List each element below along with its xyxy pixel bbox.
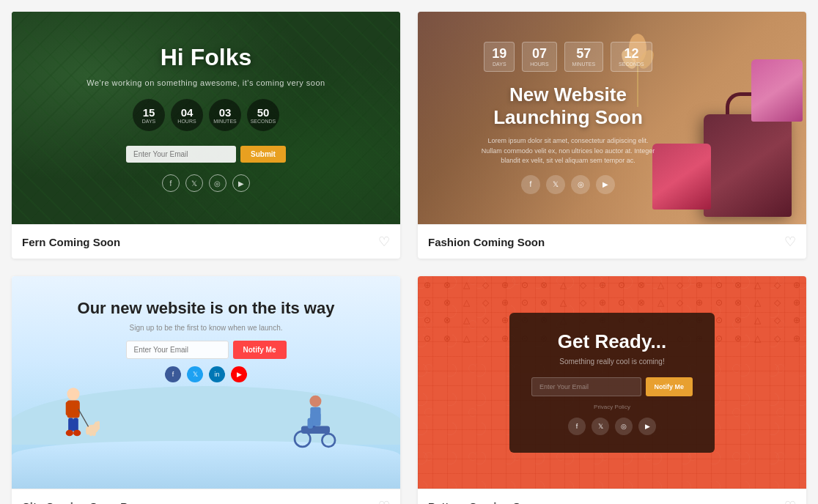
svg-rect-24 (301, 426, 330, 434)
pattern-subtitle: Something really cool is coming! (531, 357, 693, 366)
pattern-card-title: Pattern Coming Soon (428, 500, 540, 505)
card-pattern-preview: ⊕ ⊗ △ ◇ ⊕ ⊙ ⊗ △ ◇ ⊕ ⊙ ⊗ △ ◇ ⊕ ⊙ ⊗ (418, 276, 806, 489)
pi-36: ⊙ (710, 294, 729, 311)
fern-youtube-icon[interactable]: ▶ (232, 174, 250, 192)
pattern-social-links: f 𝕏 ◎ ▶ (531, 418, 693, 435)
fashion-favorite-button[interactable]: ♡ (784, 234, 796, 250)
fern-twitter-icon[interactable]: 𝕏 (185, 174, 203, 192)
pi-79: ◇ (767, 329, 787, 346)
pi-15: ⊕ (690, 276, 710, 294)
fern-instagram-icon[interactable]: ◎ (209, 174, 226, 192)
pattern-privacy-link[interactable]: Privacy Policy (531, 404, 693, 410)
city-email-input[interactable] (126, 341, 229, 359)
fern-count-minutes: 03 Minutes (209, 99, 241, 131)
pi-40: ⊕ (787, 294, 807, 311)
pi-20: ⊕ (787, 276, 807, 294)
city-scene-illustration (12, 371, 400, 489)
city-twitter-icon[interactable]: 𝕏 (187, 366, 203, 382)
fern-count-days: 15 Days (133, 99, 165, 131)
svg-point-23 (322, 434, 335, 447)
card-pattern-footer: Pattern Coming Soon ♡ (418, 489, 806, 504)
fashion-background: 19 DAYS 07 HOURS 57 MINUTES 12 (418, 12, 806, 224)
pi-29: ◇ (573, 294, 593, 311)
fern-facebook-icon[interactable]: f (162, 174, 180, 192)
pattern-facebook-icon[interactable]: f (568, 418, 586, 435)
pi-63: △ (457, 329, 476, 346)
svg-point-15 (95, 422, 97, 427)
svg-rect-27 (308, 418, 313, 429)
pi-2: ⊗ (438, 276, 457, 294)
fern-submit-button[interactable]: Submit (240, 146, 286, 163)
pi-25: ⊕ (495, 294, 515, 311)
svg-rect-8 (68, 418, 73, 431)
fashion-hours-num: 07 (530, 47, 548, 60)
fashion-youtube-icon[interactable]: ▶ (596, 175, 615, 194)
pi-6: ⊙ (515, 276, 535, 294)
bag-main (704, 114, 792, 217)
bag-pink (751, 59, 803, 122)
pi-32: ⊗ (632, 294, 652, 311)
pi-10: ⊕ (593, 276, 613, 294)
fashion-facebook-icon[interactable]: f (521, 175, 540, 194)
fern-seconds-num: 50 (257, 106, 270, 119)
svg-rect-7 (75, 401, 80, 415)
fashion-days-label: DAYS (492, 62, 506, 67)
fern-hours-label: Hours (177, 119, 196, 124)
city-notify-button[interactable]: Notify Me (233, 341, 287, 359)
pi-12: ⊗ (632, 276, 652, 294)
card-city-preview: Our new website is on the its way Sign u… (12, 276, 400, 489)
city-card-title: City Coming Soon Page (22, 500, 147, 505)
pattern-youtube-icon[interactable]: ▶ (638, 418, 656, 435)
city-linkedin-icon[interactable]: in (209, 366, 225, 382)
pi-30: ⊕ (593, 294, 613, 311)
city-facebook-icon[interactable]: f (165, 366, 181, 382)
city-heading: Our new website is on the its way (78, 298, 335, 319)
pi-41: ⊙ (418, 311, 438, 329)
fashion-body-text: Lorem ipsum dolor sit amet, consectetur … (480, 136, 656, 166)
svg-line-19 (78, 409, 89, 426)
pi-14: ◇ (671, 276, 690, 294)
pi-23: △ (457, 294, 476, 311)
fern-card-title: Fern Coming Soon (22, 236, 120, 248)
pattern-notify-button[interactable]: Notify Me (646, 377, 693, 396)
pattern-instagram-icon[interactable]: ◎ (615, 418, 633, 435)
fern-subtitle: We're working on something awesome, it's… (86, 78, 325, 87)
pattern-content-card: Get Ready... Something really cool is co… (509, 313, 715, 453)
fern-count-hours: 04 Hours (171, 99, 203, 131)
pi-13: △ (651, 276, 671, 294)
fashion-days-num: 19 (492, 47, 506, 60)
city-favorite-button[interactable]: ♡ (378, 498, 390, 504)
pattern-twitter-icon[interactable]: 𝕏 (592, 418, 609, 435)
fashion-twitter-icon[interactable]: 𝕏 (546, 175, 565, 194)
fashion-social-links: f 𝕏 ◎ ▶ (480, 175, 656, 194)
fern-email-input[interactable] (126, 146, 236, 163)
pi-78: △ (748, 329, 768, 346)
pi-39: ◇ (767, 294, 787, 311)
pi-3: △ (457, 276, 476, 294)
pi-60: ⊕ (787, 311, 807, 329)
pi-34: ◇ (671, 294, 690, 311)
pattern-heading: Get Ready... (531, 330, 693, 353)
fern-minutes-label: Minutes (213, 119, 237, 124)
pi-31: ⊙ (612, 294, 632, 311)
pattern-favorite-button[interactable]: ♡ (784, 498, 796, 504)
pattern-background: ⊕ ⊗ △ ◇ ⊕ ⊙ ⊗ △ ◇ ⊕ ⊙ ⊗ △ ◇ ⊕ ⊙ ⊗ (418, 276, 806, 489)
fashion-count-minutes: 57 MINUTES (564, 42, 604, 72)
pi-57: ⊗ (729, 311, 748, 329)
pi-64: ◇ (476, 329, 496, 346)
fashion-count-hours: 07 HOURS (522, 42, 556, 72)
fashion-instagram-icon[interactable]: ◎ (571, 175, 590, 194)
city-youtube-icon[interactable]: ▶ (231, 366, 247, 382)
pi-8: △ (554, 276, 574, 294)
fashion-minutes-label: MINUTES (572, 62, 596, 67)
pi-16: ⊙ (710, 276, 729, 294)
pattern-email-input[interactable] (531, 377, 641, 396)
card-fashion: 19 DAYS 07 HOURS 57 MINUTES 12 (418, 12, 806, 259)
pi-62: ⊗ (438, 329, 457, 346)
fern-favorite-button[interactable]: ♡ (378, 234, 390, 250)
fashion-countdown: 19 DAYS 07 HOURS 57 MINUTES 12 (480, 42, 656, 72)
pi-44: ◇ (476, 311, 496, 329)
pi-38: △ (748, 294, 768, 311)
template-grid: Hi Folks We're working on something awes… (12, 12, 806, 504)
svg-point-10 (66, 430, 73, 437)
